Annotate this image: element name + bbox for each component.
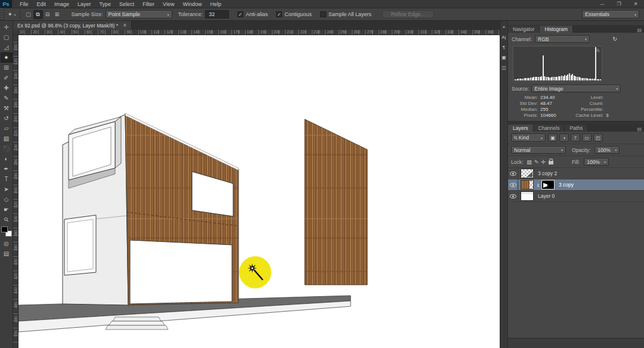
refresh-histogram-icon[interactable]: ↻ — [612, 36, 617, 42]
menu-layer[interactable]: Layer — [73, 0, 95, 8]
lock-row: Lock: ▨✎✛ Fill: 100% ▾ — [508, 156, 644, 168]
layer-name: Layer 0 — [538, 193, 555, 199]
restore-button[interactable]: ❐ — [611, 0, 627, 8]
eyedropper-tool[interactable]: ✐ — [1, 73, 13, 83]
character-styles-panel-button[interactable]: ▣ — [500, 53, 508, 62]
current-tool-preset[interactable]: ✶ ▾ — [4, 10, 20, 19]
type-tool[interactable]: T — [1, 174, 13, 184]
gradient-tool[interactable]: ▧ — [1, 133, 13, 144]
paragraph-styles-panel-button[interactable]: ◫ — [500, 63, 508, 72]
menu-help[interactable]: Help — [206, 0, 225, 8]
color-swatches[interactable] — [1, 226, 12, 237]
dodge-tool[interactable]: ◐ — [1, 154, 13, 164]
menu-select[interactable]: Select — [115, 0, 138, 8]
lock-position-icon[interactable]: ✛ — [541, 159, 546, 165]
visibility-toggle[interactable] — [508, 191, 518, 201]
layer-row-3-copy[interactable]: ∞3 copy — [508, 179, 644, 191]
subtract-from-selection-button[interactable]: ⊟ — [43, 10, 52, 19]
source-select[interactable]: Entire Image ▾ — [531, 85, 621, 92]
path-selection-tool[interactable]: ➤ — [1, 184, 13, 194]
panel-menu-icon[interactable]: ▤ — [637, 27, 644, 33]
house-model[interactable] — [63, 113, 239, 305]
lock-all-icon[interactable] — [549, 161, 553, 164]
magic-wand-tool[interactable]: ✶ — [1, 52, 13, 63]
hand-tool[interactable]: ☛ — [1, 204, 13, 215]
menu-filter[interactable]: Filter — [138, 0, 159, 8]
shape-tool[interactable]: ◇ — [1, 194, 13, 204]
blur-tool[interactable]: ⚫ — [1, 144, 13, 154]
menu-edit[interactable]: Edit — [33, 0, 51, 8]
layer-row-3-copy-2[interactable]: 3 copy 2 — [508, 168, 644, 179]
layer-mask-thumbnail[interactable] — [541, 180, 555, 189]
filter-smart-objects-icon[interactable]: ◰ — [593, 133, 603, 142]
channel-select[interactable]: RGB ▾ — [535, 35, 590, 43]
lock-image-pixels-icon[interactable]: ✎ — [534, 159, 539, 165]
visibility-toggle[interactable] — [508, 168, 518, 179]
tab-channels[interactable]: Channels — [534, 125, 565, 132]
visibility-toggle[interactable] — [508, 179, 518, 190]
quick-mask-button[interactable]: ◎ — [1, 238, 13, 248]
clone-stamp-tool[interactable]: ⚒ — [1, 103, 13, 113]
opacity-input[interactable]: 100% ▾ — [595, 146, 620, 154]
intersect-selection-button[interactable]: ⊞ — [52, 10, 62, 19]
lock-transparent-pixels-icon[interactable]: ▨ — [527, 159, 532, 165]
workspace-switcher[interactable]: Essentials ▾ — [582, 10, 639, 18]
filter-kind-select[interactable]: ⚲ Kind ▾ — [511, 133, 546, 142]
tab-histogram[interactable]: Histogram — [540, 26, 573, 33]
fill-input[interactable]: 100% ▾ — [584, 158, 609, 166]
layer-thumbnail[interactable] — [521, 169, 534, 178]
menu-image[interactable]: Image — [50, 0, 73, 8]
vertical-ruler[interactable]: 1001201401601802002202402602803003203403… — [13, 35, 18, 348]
close-tab-icon[interactable]: ✕ — [123, 23, 127, 28]
lasso-icon: ◿ — [4, 44, 9, 51]
move-tool[interactable]: ✛ — [1, 22, 13, 32]
rectangular-marquee-tool[interactable]: ▢ — [1, 32, 13, 42]
tab-layers[interactable]: Layers — [508, 125, 534, 132]
panel-menu-icon[interactable]: ▤ — [637, 126, 644, 132]
contiguous-checkbox[interactable]: ✓ Contiguous — [276, 11, 312, 17]
lasso-tool[interactable]: ◿ — [1, 42, 13, 52]
minimize-button[interactable]: — — [594, 0, 611, 8]
filter-adjustment-layers-icon[interactable]: ◑ — [559, 133, 569, 142]
channel-label: Channel: — [512, 36, 532, 42]
layer-row-layer-0[interactable]: Layer 0 — [508, 191, 644, 202]
add-to-selection-button[interactable]: ⧉ — [33, 10, 43, 19]
layer-thumbnail[interactable] — [521, 191, 534, 201]
horizontal-ruler[interactable]: 1020304050607080901001101201301401501601… — [18, 30, 500, 35]
tab-navigator[interactable]: Navigator — [508, 26, 540, 33]
refine-edge-button[interactable]: Refine Edge... — [382, 10, 434, 18]
new-selection-button[interactable]: ▢ — [24, 10, 33, 19]
close-button[interactable]: ✕ — [627, 0, 644, 8]
crop-tool[interactable]: ⊞ — [1, 63, 13, 73]
document-tab[interactable]: Ex 92.psd @ 96.8% (3 copy, Layer Mask/8)… — [13, 21, 132, 30]
foreground-color-swatch[interactable] — [1, 226, 8, 232]
tolerance-input[interactable]: 32 — [205, 10, 229, 18]
character-panel-button[interactable]: A| — [500, 33, 508, 42]
menu-window[interactable]: Window — [178, 0, 206, 8]
layer-thumbnail[interactable] — [521, 180, 534, 189]
menu-view[interactable]: View — [159, 0, 178, 8]
menu-type[interactable]: Type — [95, 0, 116, 8]
pen-tool[interactable]: ✒ — [1, 164, 13, 174]
eraser-tool[interactable]: ▱ — [1, 123, 13, 133]
expand-panels-button[interactable]: « — [500, 23, 508, 32]
zoom-tool[interactable]: ⚲ — [1, 215, 13, 225]
paragraph-panel-button[interactable]: ¶ — [500, 43, 508, 52]
filter-shape-layers-icon[interactable]: ▭ — [582, 133, 592, 142]
menu-file[interactable]: File — [16, 0, 33, 8]
brush-tool[interactable]: ✎ — [1, 93, 13, 103]
anti-alias-checkbox[interactable]: ✓ Anti-alias — [237, 11, 268, 17]
filter-type-layers-icon[interactable]: T — [571, 133, 580, 142]
blend-mode-select[interactable]: Normal ▾ — [511, 146, 566, 154]
sample-size-select[interactable]: Point Sample ▾ — [106, 10, 172, 18]
filter-pixel-layers-icon[interactable]: ▣ — [548, 133, 558, 142]
tolerance-label: Tolerance: — [178, 11, 203, 17]
wood-panel-layer[interactable] — [305, 119, 367, 285]
tab-paths[interactable]: Paths — [565, 125, 588, 132]
healing-brush-tool[interactable]: ✚ — [1, 83, 13, 93]
sample-all-layers-checkbox[interactable]: Sample All Layers — [320, 11, 371, 17]
ruler-origin-corner[interactable] — [13, 30, 18, 35]
history-brush-tool[interactable]: ↺ — [1, 113, 13, 123]
screen-mode-button[interactable]: ▤ — [1, 248, 13, 259]
document-canvas[interactable] — [18, 35, 500, 348]
